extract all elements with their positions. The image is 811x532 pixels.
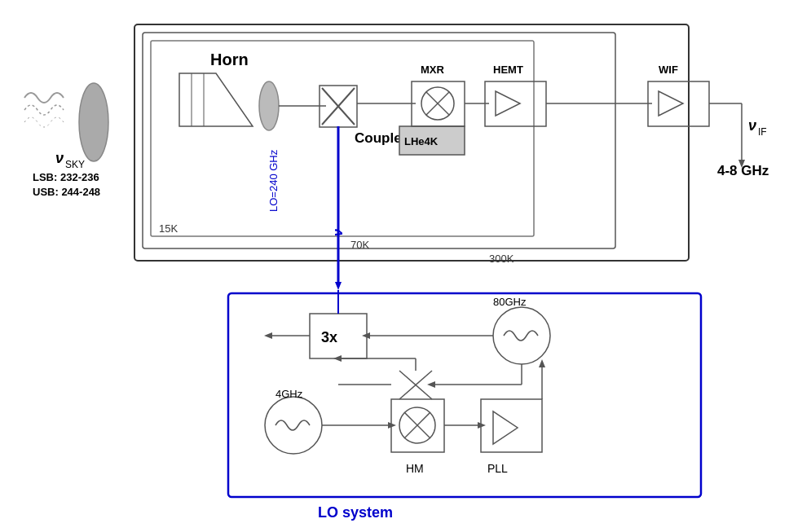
- nu-sky-sub-label: SKY: [65, 159, 85, 170]
- pll-triangle: [493, 411, 518, 444]
- temp-70k-label: 70K: [350, 239, 369, 251]
- sky-wave-2: [24, 105, 64, 115]
- arrow-lo-coupler: [427, 381, 435, 388]
- osc-80ghz-circle: [493, 307, 550, 364]
- arrow-pll-80ghz: [539, 359, 545, 367]
- horn-shape: [179, 73, 253, 126]
- arrow-4ghz-hm: [388, 422, 396, 429]
- freq-80ghz-label: 80GHz: [493, 296, 527, 308]
- temp-15k-label: 15K: [159, 222, 178, 235]
- lsb-label: LSB: 232-236: [33, 171, 99, 183]
- lens-2: [259, 81, 279, 130]
- pll-box: [481, 399, 542, 452]
- lhe4k-label: LHe4K: [404, 135, 439, 147]
- usb-label: USB: 244-248: [33, 186, 100, 198]
- wif-box: [648, 81, 709, 126]
- box-15k: [151, 41, 534, 236]
- nu-lo-label: ν: [331, 229, 345, 236]
- nu-sky-label: ν: [55, 150, 64, 166]
- mxr-label: MXR: [421, 64, 445, 76]
- pll-label: PLL: [487, 462, 508, 475]
- if-range-label: 4-8 GHz: [717, 163, 769, 178]
- arrow-coupler-top: [333, 355, 342, 362]
- diagram-container: ν SKY LSB: 232-236 USB: 244-248 15K 70K …: [0, 0, 811, 532]
- freq-4ghz-label: 4GHz: [275, 388, 303, 400]
- lens-1: [79, 83, 108, 161]
- hm-label: HM: [406, 462, 424, 475]
- hemt-label: HEMT: [493, 64, 523, 76]
- hemt-triangle: [496, 91, 520, 116]
- osc-4ghz-circle: [265, 397, 322, 454]
- temp-300k-label: 300K: [489, 253, 514, 265]
- sky-wave-1: [24, 93, 64, 103]
- arrow-80ghz-tripler: [362, 332, 370, 339]
- sky-wave-3: [24, 117, 64, 127]
- nu-if-sub-label: IF: [758, 126, 767, 138]
- nu-lo-sub-label: LO=240 GHz: [267, 149, 280, 212]
- osc-4ghz-wave: [275, 420, 310, 430]
- arrow-tripler-left: [264, 332, 272, 339]
- nu-if-label: ν: [748, 117, 756, 134]
- wif-label: WIF: [659, 64, 678, 76]
- osc-80ghz-wave: [504, 331, 538, 341]
- wif-triangle: [659, 91, 683, 116]
- tripler-box: [310, 314, 367, 358]
- horn-label: Horn: [210, 51, 249, 68]
- arrow-hm-pll: [478, 422, 486, 429]
- lo-system-label: LO system: [318, 504, 393, 521]
- main-svg: ν SKY LSB: 232-236 USB: 244-248 15K 70K …: [0, 0, 811, 532]
- hemt-box: [485, 81, 546, 126]
- lo-feed-arrow: [335, 282, 342, 290]
- tripler-label: 3x: [321, 329, 337, 345]
